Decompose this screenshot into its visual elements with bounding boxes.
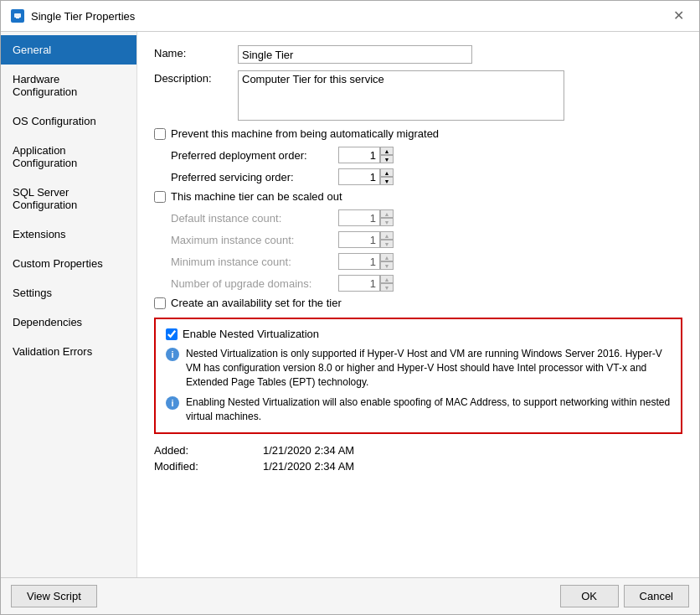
view-script-button[interactable]: View Script [11,585,97,607]
upgrade-domains-down[interactable]: ▼ [380,283,394,292]
default-instance-down[interactable]: ▼ [380,218,394,226]
minimum-instance-input[interactable] [338,253,380,270]
title-bar: Single Tier Properties ✕ [1,1,699,32]
name-row: Name: [154,45,682,64]
default-instance-row: Default instance count: ▲ ▼ [171,209,682,226]
dialog-icon [11,9,24,23]
upgrade-domains-label: Number of upgrade domains: [171,277,338,290]
content-area: Name: Description: Computer Tier for thi… [137,32,699,577]
preferred-deployment-row: Preferred deployment order: ▲ ▼ [171,147,682,163]
name-input[interactable] [238,45,472,64]
modified-label: Modified: [154,460,263,473]
sidebar-item-settings[interactable]: Settings [1,278,136,308]
preferred-deployment-label: Preferred deployment order: [171,149,338,162]
enable-nested-label: Enable Nested Virtualization [183,328,319,340]
preferred-deployment-down[interactable]: ▼ [380,155,394,163]
upgrade-domains-up[interactable]: ▲ [380,275,394,283]
svg-rect-0 [14,13,21,18]
prevent-migration-label: Prevent this machine from being automati… [171,127,439,140]
description-label: Description: [154,70,238,85]
info-row-1: i Nested Virtualization is only supporte… [166,347,671,389]
maximum-instance-row: Maximum instance count: ▲ ▼ [171,231,682,248]
prevent-migration-row: Prevent this machine from being automati… [154,127,682,140]
preferred-servicing-label: Preferred servicing order: [171,171,338,183]
preferred-servicing-down[interactable]: ▼ [380,177,394,185]
availability-set-checkbox[interactable] [154,297,166,309]
sidebar-item-extensions[interactable]: Extensions [1,220,136,249]
maximum-instance-label: Maximum instance count: [171,234,338,246]
availability-set-label: Create an availability set for the tier [171,297,342,309]
title-bar-left: Single Tier Properties [11,9,135,23]
sidebar-item-custom-properties[interactable]: Custom Properties [1,249,136,278]
info-icon-2: i [166,396,179,410]
upgrade-domains-input[interactable] [338,275,380,292]
scale-out-label: This machine tier can be scaled out [171,190,342,203]
footer-left: View Script [11,585,97,607]
upgrade-domains-row: Number of upgrade domains: ▲ ▼ [171,275,682,292]
enable-nested-row: Enable Nested Virtualization [166,328,671,340]
default-instance-label: Default instance count: [171,212,338,225]
added-value: 1/21/2020 2:34 AM [263,444,354,457]
sidebar-item-application-configuration[interactable]: Application Configuration [1,136,136,178]
sidebar: General Hardware Configuration OS Config… [1,32,137,577]
sidebar-item-os-configuration[interactable]: OS Configuration [1,106,136,136]
cancel-button[interactable]: Cancel [624,585,689,607]
name-label: Name: [154,45,238,59]
preferred-deployment-spinner: ▲ ▼ [380,147,394,163]
nested-virtualization-section: Enable Nested Virtualization i Nested Vi… [154,318,682,434]
preferred-servicing-up[interactable]: ▲ [380,168,394,177]
minimum-instance-row: Minimum instance count: ▲ ▼ [171,253,682,270]
single-tier-properties-dialog: Single Tier Properties ✕ General Hardwar… [0,0,700,615]
minimum-instance-label: Minimum instance count: [171,256,338,268]
dialog-body: General Hardware Configuration OS Config… [1,32,699,577]
preferred-servicing-input[interactable] [338,168,380,185]
minimum-instance-down[interactable]: ▼ [380,261,394,270]
preferred-servicing-row: Preferred servicing order: ▲ ▼ [171,168,682,185]
availability-set-row: Create an availability set for the tier [154,297,682,309]
sidebar-item-general[interactable]: General [1,35,136,65]
svg-rect-1 [16,18,19,18]
dialog-title: Single Tier Properties [31,10,135,23]
maximum-instance-input[interactable] [338,231,380,248]
maximum-instance-down[interactable]: ▼ [380,240,394,248]
close-button[interactable]: ✕ [668,8,689,24]
enable-nested-checkbox[interactable] [166,328,178,340]
default-instance-spinner: ▲ ▼ [380,209,394,226]
prevent-migration-checkbox[interactable] [154,128,166,140]
preferred-servicing-spinner: ▲ ▼ [380,168,394,185]
meta-section: Added: 1/21/2020 2:34 AM Modified: 1/21/… [154,444,682,473]
description-textarea[interactable]: Computer Tier for this service [238,70,564,121]
info-icon-1: i [166,348,179,361]
footer-right: OK Cancel [560,585,689,607]
maximum-instance-up[interactable]: ▲ [380,231,394,240]
preferred-deployment-input[interactable] [338,147,380,163]
scale-out-checkbox[interactable] [154,191,166,203]
ok-button[interactable]: OK [560,585,619,607]
footer: View Script OK Cancel [1,577,699,614]
description-row: Description: Computer Tier for this serv… [154,70,682,121]
default-instance-up[interactable]: ▲ [380,209,394,218]
modified-row: Modified: 1/21/2020 2:34 AM [154,460,682,473]
info-text-2: Enabling Nested Virtualization will also… [186,395,671,424]
added-label: Added: [154,444,263,457]
info-row-2: i Enabling Nested Virtualization will al… [166,395,671,424]
default-instance-input[interactable] [338,209,380,226]
added-row: Added: 1/21/2020 2:34 AM [154,444,682,457]
info-text-1: Nested Virtualization is only supported … [186,347,671,389]
sidebar-item-validation-errors[interactable]: Validation Errors [1,337,136,366]
scale-out-row: This machine tier can be scaled out [154,190,682,203]
maximum-instance-spinner: ▲ ▼ [380,231,394,248]
sidebar-item-hardware-configuration[interactable]: Hardware Configuration [1,65,136,106]
preferred-deployment-up[interactable]: ▲ [380,147,394,155]
minimum-instance-up[interactable]: ▲ [380,253,394,261]
upgrade-domains-spinner: ▲ ▼ [380,275,394,292]
sidebar-item-sql-server-configuration[interactable]: SQL Server Configuration [1,178,136,220]
minimum-instance-spinner: ▲ ▼ [380,253,394,270]
modified-value: 1/21/2020 2:34 AM [263,460,354,473]
sidebar-item-dependencies[interactable]: Dependencies [1,308,136,337]
